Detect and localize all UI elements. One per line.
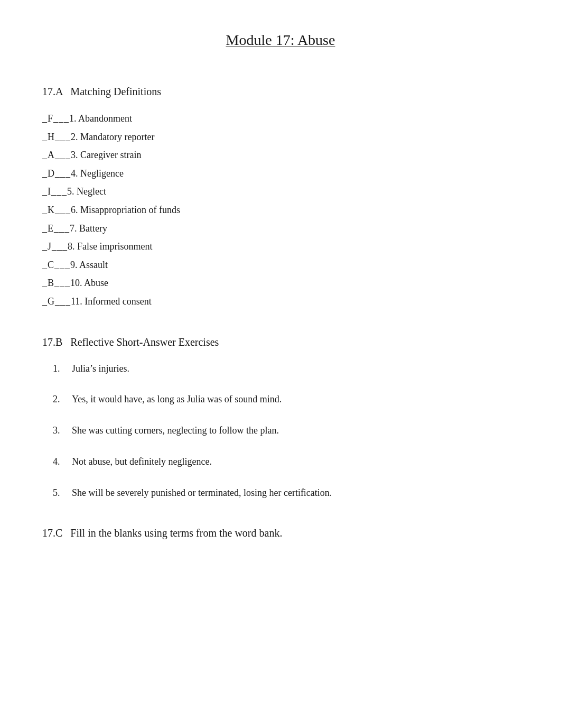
matching-number-2: 3. bbox=[71, 150, 78, 160]
matching-term-8: Assault bbox=[79, 260, 108, 270]
matching-list-item: _E___7. Battery bbox=[42, 220, 519, 237]
short-answer-number-3: 4. bbox=[53, 454, 66, 469]
matching-list-item: _K___6. Misappropriation of funds bbox=[42, 202, 519, 218]
matching-answer-9: _B___ bbox=[42, 278, 70, 288]
short-answer-list: 1.Julia’s injuries.2.Yes, it would have,… bbox=[53, 361, 519, 501]
matching-term-6: Battery bbox=[79, 223, 107, 234]
short-answer-number-0: 1. bbox=[53, 361, 66, 376]
section-c-title: Fill in the blanks using terms from the … bbox=[70, 527, 282, 539]
matching-list-item: _F___1. Abandonment bbox=[42, 110, 519, 127]
matching-list-item: _B___10. Abuse bbox=[42, 275, 519, 291]
matching-list-item: _D___4. Negligence bbox=[42, 165, 519, 182]
section-a-label: 17.A bbox=[42, 86, 62, 97]
short-answer-item: 5.She will be severely punished or termi… bbox=[53, 485, 519, 501]
section-b-header: 17.B Reflective Short-Answer Exercises bbox=[42, 336, 519, 348]
short-answer-item: 4.Not abuse, but definitely negligence. bbox=[53, 454, 519, 469]
matching-number-0: 1. bbox=[69, 113, 77, 124]
page-title: Module 17: Abuse bbox=[42, 32, 519, 49]
short-answer-text-1: Yes, it would have, as long as Julia was… bbox=[72, 392, 282, 407]
matching-list-item: _C___9. Assault bbox=[42, 257, 519, 273]
matching-answer-7: _J___ bbox=[42, 241, 68, 252]
matching-term-0: Abandonment bbox=[78, 113, 132, 124]
short-answer-text-2: She was cutting corners, neglecting to f… bbox=[72, 423, 279, 438]
section-b: 17.B Reflective Short-Answer Exercises 1… bbox=[42, 336, 519, 501]
matching-list: _F___1. Abandonment_H___2. Mandatory rep… bbox=[42, 110, 519, 310]
matching-list-item: _J___8. False imprisonment bbox=[42, 238, 519, 255]
short-answer-text-0: Julia’s injuries. bbox=[72, 361, 129, 376]
section-c: 17.C Fill in the blanks using terms from… bbox=[42, 527, 519, 539]
short-answer-item: 2.Yes, it would have, as long as Julia w… bbox=[53, 392, 519, 407]
matching-list-item: _I___5. Neglect bbox=[42, 183, 519, 200]
matching-list-item: _A___3. Caregiver strain bbox=[42, 147, 519, 163]
matching-term-9: Abuse bbox=[84, 278, 108, 288]
matching-number-4: 5. bbox=[67, 186, 74, 197]
matching-term-3: Negligence bbox=[80, 168, 124, 179]
matching-number-6: 7. bbox=[70, 223, 77, 234]
section-a-title: Matching Definitions bbox=[70, 86, 161, 97]
matching-number-9: 10. bbox=[70, 278, 82, 288]
matching-term-5: Misappropriation of funds bbox=[80, 205, 180, 215]
short-answer-item: 1.Julia’s injuries. bbox=[53, 361, 519, 376]
matching-number-1: 2. bbox=[71, 132, 78, 142]
matching-answer-2: _A___ bbox=[42, 150, 71, 160]
matching-term-7: False imprisonment bbox=[77, 241, 153, 252]
section-a: 17.A Matching Definitions _F___1. Abando… bbox=[42, 86, 519, 310]
matching-number-3: 4. bbox=[71, 168, 78, 179]
matching-list-item: _H___2. Mandatory reporter bbox=[42, 129, 519, 145]
short-answer-number-2: 3. bbox=[53, 423, 66, 438]
matching-answer-3: _D___ bbox=[42, 168, 71, 179]
section-c-header: 17.C Fill in the blanks using terms from… bbox=[42, 527, 519, 539]
short-answer-text-3: Not abuse, but definitely negligence. bbox=[72, 454, 212, 469]
section-c-label: 17.C bbox=[42, 527, 62, 539]
matching-term-1: Mandatory reporter bbox=[80, 132, 154, 142]
matching-number-8: 9. bbox=[70, 260, 78, 270]
section-a-header: 17.A Matching Definitions bbox=[42, 86, 519, 98]
matching-answer-8: _C___ bbox=[42, 260, 70, 270]
matching-answer-1: _H___ bbox=[42, 132, 71, 142]
section-b-label: 17.B bbox=[42, 336, 62, 348]
matching-list-item: _G___11. Informed consent bbox=[42, 293, 519, 310]
short-answer-item: 3.She was cutting corners, neglecting to… bbox=[53, 423, 519, 438]
matching-answer-10: _G___ bbox=[42, 296, 71, 307]
matching-term-10: Informed consent bbox=[85, 296, 151, 307]
short-answer-number-1: 2. bbox=[53, 392, 66, 407]
section-b-title: Reflective Short-Answer Exercises bbox=[70, 336, 219, 348]
matching-number-10: 11. bbox=[71, 296, 82, 307]
matching-answer-6: _E___ bbox=[42, 223, 70, 234]
short-answer-number-4: 5. bbox=[53, 485, 66, 501]
matching-term-2: Caregiver strain bbox=[80, 150, 141, 160]
matching-answer-0: _F___ bbox=[42, 113, 69, 124]
matching-term-4: Neglect bbox=[77, 186, 106, 197]
matching-number-7: 8. bbox=[68, 241, 75, 252]
matching-answer-5: _K___ bbox=[42, 205, 71, 215]
matching-answer-4: _I___ bbox=[42, 186, 67, 197]
matching-number-5: 6. bbox=[71, 205, 78, 215]
short-answer-text-4: She will be severely punished or termina… bbox=[72, 485, 332, 501]
